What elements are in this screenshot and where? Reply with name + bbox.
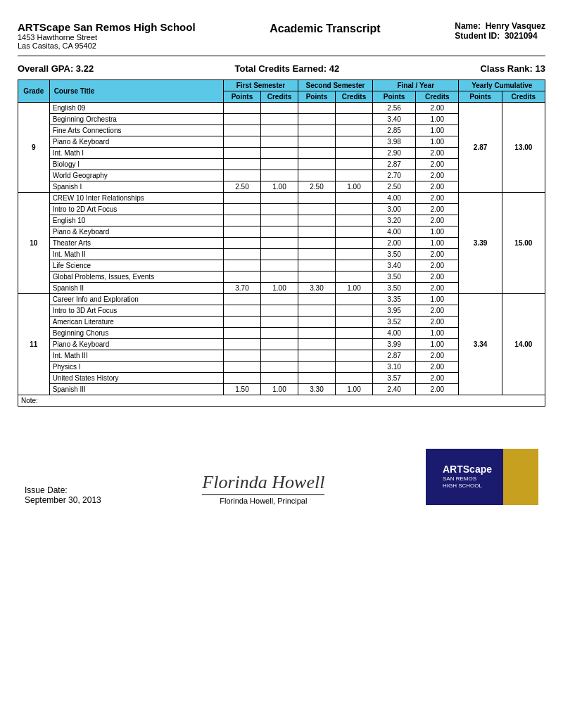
data-cell-fy_pts: 2.50	[372, 181, 415, 193]
course-name-cell: Theater Arts	[49, 238, 223, 249]
issue-date-label: Issue Date:	[25, 485, 101, 495]
footer: Issue Date: September 30, 2013 Florinda …	[18, 449, 545, 505]
data-cell-fy_cr: 2.00	[416, 103, 459, 114]
col-header-first-semester: First Semester	[223, 80, 298, 91]
note-cell: Note:	[18, 395, 545, 407]
data-cell-fy_pts: 2.85	[372, 125, 415, 136]
rank-summary: Class Rank: 13	[480, 63, 545, 74]
data-cell-fs_pts: 3.70	[223, 283, 260, 294]
data-cell-fs_cr	[260, 238, 298, 249]
logo-sub2: HIGH SCHOOL	[437, 483, 492, 490]
course-name-cell: Int. Math II	[49, 249, 223, 260]
data-cell-fy_cr: 2.00	[416, 272, 459, 283]
data-cell-fs_pts	[223, 317, 260, 328]
course-name-cell: Beginning Chorus	[49, 328, 223, 339]
col-header-fs-credits: Credits	[260, 91, 298, 103]
data-cell-ss_pts	[298, 204, 335, 215]
gpa-summary: Overall GPA: 3.22	[18, 63, 94, 74]
data-cell-fs_pts	[223, 226, 260, 238]
gpa-value: 3.22	[76, 63, 94, 74]
credits-summary: Total Credits Earned: 42	[235, 63, 340, 74]
data-cell-fy_pts: 3.20	[372, 215, 415, 226]
data-cell-fs_pts	[223, 294, 260, 305]
data-cell-ss_pts	[298, 148, 335, 159]
data-cell-ss_cr	[335, 170, 372, 181]
data-cell-ss_cr	[335, 260, 372, 272]
data-cell-fs_cr	[260, 260, 298, 272]
rank-value: 13	[536, 63, 545, 74]
data-cell-ss_cr	[335, 193, 372, 204]
data-cell-fs_cr	[260, 305, 298, 317]
data-cell-ss_cr	[335, 272, 372, 283]
data-cell-fs_pts	[223, 362, 260, 373]
data-cell-fy_pts: 2.87	[372, 159, 415, 170]
data-cell-fy_cr: 2.00	[416, 283, 459, 294]
course-name-cell: Career Info and Exploration	[49, 294, 223, 305]
data-cell-ss_pts	[298, 339, 335, 350]
col-header-ss-points: Points	[298, 91, 335, 103]
data-cell-fs_cr	[260, 272, 298, 283]
data-cell-ss_pts	[298, 170, 335, 181]
data-cell-ss_pts	[298, 260, 335, 272]
yearly-points-cell: 2.87	[459, 103, 502, 193]
course-name-cell: Piano & Keyboard	[49, 136, 223, 148]
data-cell-ss_cr	[335, 136, 372, 148]
data-cell-fs_pts	[223, 373, 260, 384]
data-cell-fs_pts	[223, 238, 260, 249]
data-cell-fs_pts	[223, 272, 260, 283]
data-cell-ss_cr	[335, 103, 372, 114]
credits-label: Total Credits Earned:	[235, 63, 327, 74]
data-cell-fy_pts: 3.95	[372, 305, 415, 317]
data-cell-ss_cr	[335, 305, 372, 317]
data-cell-ss_pts	[298, 125, 335, 136]
signature-image: Florinda Howell	[202, 472, 324, 493]
course-name-cell: English 09	[49, 103, 223, 114]
data-cell-fs_cr	[260, 170, 298, 181]
data-cell-ss_cr: 1.00	[335, 384, 372, 395]
col-header-ss-credits: Credits	[335, 91, 372, 103]
student-id-label: Student ID:	[455, 31, 500, 41]
data-cell-fy_cr: 1.00	[416, 136, 459, 148]
yearly-credits-cell: 13.00	[502, 103, 545, 193]
data-cell-ss_cr	[335, 114, 372, 125]
data-cell-fy_cr: 2.00	[416, 159, 459, 170]
course-name-cell: Intro to 3D Art Focus	[49, 305, 223, 317]
data-cell-fs_cr	[260, 125, 298, 136]
data-cell-fy_pts: 3.35	[372, 294, 415, 305]
grade-cell: 11	[18, 294, 50, 395]
data-cell-fs_cr	[260, 339, 298, 350]
data-cell-ss_cr	[335, 317, 372, 328]
data-cell-fs_cr	[260, 373, 298, 384]
data-cell-ss_cr	[335, 159, 372, 170]
data-cell-fs_cr	[260, 215, 298, 226]
course-name-cell: Int. Math I	[49, 148, 223, 159]
data-cell-fy_pts: 4.00	[372, 226, 415, 238]
grade-cell: 9	[18, 103, 50, 193]
data-cell-fs_cr	[260, 350, 298, 362]
data-cell-fs_pts	[223, 328, 260, 339]
data-cell-ss_pts	[298, 272, 335, 283]
data-cell-fs_cr	[260, 103, 298, 114]
gpa-label: Overall GPA:	[18, 63, 73, 74]
data-cell-ss_cr	[335, 204, 372, 215]
logo-name: ARTScape	[437, 464, 492, 475]
data-cell-fy_pts: 3.52	[372, 317, 415, 328]
yearly-points-cell: 3.39	[459, 193, 502, 294]
note-row: Note:	[18, 395, 545, 407]
data-cell-fy_pts: 2.00	[372, 238, 415, 249]
course-name-cell: CREW 10 Inter Relationships	[49, 193, 223, 204]
col-header-course: Course Title	[49, 80, 223, 103]
table-row: 10CREW 10 Inter Relationships4.002.003.3…	[18, 193, 545, 204]
course-name-cell: American Literature	[49, 317, 223, 328]
student-name-line: Name: Henry Vasquez	[455, 21, 545, 31]
data-cell-ss_pts	[298, 136, 335, 148]
data-cell-fs_cr	[260, 114, 298, 125]
data-cell-fs_pts	[223, 103, 260, 114]
data-cell-fs_pts	[223, 260, 260, 272]
student-name: Henry Vasquez	[486, 21, 545, 31]
data-cell-fy_cr: 1.00	[416, 294, 459, 305]
data-cell-ss_cr	[335, 339, 372, 350]
signature-block: Florinda Howell Florinda Howell, Princip…	[202, 472, 324, 505]
data-cell-fy_pts: 4.00	[372, 328, 415, 339]
issue-date-value: September 30, 2013	[25, 495, 101, 505]
